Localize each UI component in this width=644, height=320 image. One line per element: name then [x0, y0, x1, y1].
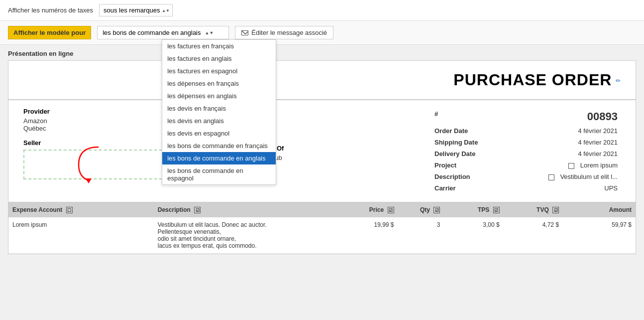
col-qty: Qty ☑ [398, 202, 444, 217]
dropdown-item-3[interactable]: les dépenses en français [162, 77, 276, 90]
dropdown-item-0[interactable]: les factures en français [162, 40, 276, 52]
tax-display-select[interactable]: sous les remarques [99, 4, 173, 16]
carrier-label: Carrier [432, 183, 509, 193]
model-select-arrows: ▲▼ [205, 30, 214, 35]
right-info-col: # 00893 Order Date 4 février 2021 Shippi… [431, 108, 621, 194]
col-tps-checkbox[interactable]: ☑ [493, 207, 500, 213]
tax-display-bar: Afficher les numéros de taxes sous les r… [0, 0, 644, 21]
cell-tps: 3,00 $ [444, 217, 503, 254]
col-amount: Amount [563, 202, 636, 217]
table-header-row: Expense Account ☐ Description ☑ Price ☑ [8, 202, 636, 217]
table-row: Lorem ipsum Vestibulum ut elit lacus. Do… [8, 217, 636, 254]
description-checkbox[interactable] [548, 174, 554, 180]
col-description-checkbox[interactable]: ☑ [194, 207, 201, 213]
model-select-value: les bons de commande en anglais [103, 29, 201, 36]
model-bar: Afficher le modèle pour les bons de comm… [0, 21, 644, 45]
project-checkbox[interactable] [568, 163, 574, 169]
dropdown-item-1[interactable]: les factures en anglais [162, 52, 276, 65]
col-price: Price ☑ [338, 202, 398, 217]
cell-price: 19,99 $ [338, 217, 398, 254]
dropdown-item-9[interactable]: les bons de commande en anglais [162, 152, 276, 164]
shipping-date-value: 4 février 2021 [510, 137, 620, 148]
cell-description: Vestibulum ut elit lacus. Donec ac aucto… [154, 217, 338, 254]
right-info-table: # 00893 Order Date 4 février 2021 Shippi… [431, 108, 621, 194]
purchase-order-title-wrapper: PURCHASE ORDER ✏ [453, 71, 621, 89]
line-items-table: Expense Account ☐ Description ☑ Price ☑ [8, 202, 636, 254]
edit-pencil-icon[interactable]: ✏ [616, 77, 621, 84]
col-tps: TPS ☑ [444, 202, 503, 217]
order-date-value: 4 février 2021 [510, 126, 620, 136]
col-price-checkbox[interactable]: ☑ [388, 207, 394, 213]
project-text: Lorem ipsum [580, 161, 618, 169]
delivery-date-value: 4 février 2021 [510, 149, 620, 159]
col-expense-checkbox[interactable]: ☐ [66, 207, 73, 213]
purchase-order-title: PURCHASE ORDER [453, 71, 612, 89]
hash-label: # [432, 109, 509, 125]
description-text: Vestibulum ut elit l... [560, 173, 618, 180]
edit-message-button[interactable]: Éditer le message associé [235, 26, 333, 39]
col-qty-checkbox[interactable]: ☑ [433, 207, 440, 213]
model-select-button[interactable]: les bons de commande en anglais ▲▼ [97, 26, 229, 39]
cell-qty: 3 [398, 217, 444, 254]
delivery-date-label: Delivery Date [432, 149, 509, 159]
description-value: Vestibulum ut elit l... [510, 171, 620, 182]
project-value: Lorem ipsum [510, 160, 620, 170]
dropdown-item-6[interactable]: les devis en anglais [162, 115, 276, 127]
tax-display-select-wrapper[interactable]: sous les remarques [99, 4, 173, 16]
envelope-icon [241, 30, 248, 35]
doc-info-section: Provider Amazon Québec Seller Client gre… [8, 100, 636, 202]
dropdown-item-4[interactable]: les dépenses en anglais [162, 90, 276, 102]
description-label: Description [432, 171, 509, 182]
col-tvq-checkbox[interactable]: ☑ [552, 207, 559, 213]
model-dropdown: les factures en français les factures en… [162, 39, 276, 185]
content-area: Présentation en ligne PURCHASE ORDER ✏ P… [0, 45, 644, 259]
col-tvq: TVQ ☑ [504, 202, 563, 217]
carrier-value: UPS [510, 183, 620, 193]
cell-tvq: 4,72 $ [504, 217, 563, 254]
cell-amount: 59,97 $ [563, 217, 636, 254]
doc-header: PURCHASE ORDER ✏ [8, 61, 636, 100]
col-description: Description ☑ [154, 202, 338, 217]
col-expense-account: Expense Account ☐ [8, 202, 154, 217]
order-date-label: Order Date [432, 126, 509, 136]
dropdown-item-8[interactable]: les bons de commande en français [162, 140, 276, 152]
order-number: 00893 [510, 109, 620, 125]
document-card: PURCHASE ORDER ✏ Provider Amazon Québec … [8, 60, 636, 254]
dropdown-item-2[interactable]: les factures en espagnol [162, 65, 276, 77]
model-bar-label: Afficher le modèle pour [8, 26, 91, 39]
edit-message-label: Éditer le message associé [251, 29, 327, 36]
dropdown-item-5[interactable]: les devis en français [162, 102, 276, 115]
cell-expense-account: Lorem ipsum [8, 217, 154, 254]
tax-display-label: Afficher les numéros de taxes [8, 6, 93, 14]
model-select-wrapper: les bons de commande en anglais ▲▼ les f… [97, 26, 229, 39]
inline-presentation-label: Présentation en ligne [8, 50, 636, 57]
project-label: Project [432, 160, 509, 170]
shipping-date-label: Shipping Date [432, 137, 509, 148]
dropdown-item-10[interactable]: les bons de commande en espagnol [162, 164, 276, 184]
dropdown-item-7[interactable]: les devis en espagnol [162, 127, 276, 140]
